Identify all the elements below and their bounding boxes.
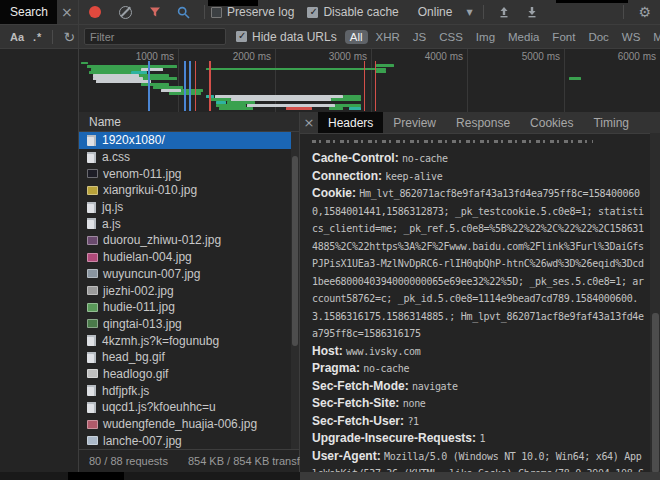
search-icon[interactable] xyxy=(177,6,190,19)
filter-type-ws[interactable]: WS xyxy=(617,30,646,44)
request-row[interactable]: lanche-007.jpg xyxy=(79,432,299,449)
image-thumbnail-icon xyxy=(87,436,98,445)
hide-data-urls-label[interactable]: Hide data URLs xyxy=(252,30,337,44)
image-thumbnail-icon xyxy=(87,253,98,262)
header-entry: Cache-Control: no-cache xyxy=(312,150,646,168)
details-horizontal-scrollbar[interactable] xyxy=(300,472,660,480)
gear-icon[interactable]: ⚙ xyxy=(638,4,651,20)
load-event-line xyxy=(195,61,196,111)
filter-icon[interactable] xyxy=(149,6,161,18)
request-list-scrollbar[interactable] xyxy=(291,132,299,450)
filter-type-xhr[interactable]: XHR xyxy=(371,30,405,44)
filter-type-img[interactable]: Img xyxy=(471,30,500,44)
request-name: a.css xyxy=(102,150,130,164)
header-value: none xyxy=(403,398,426,409)
filter-type-font[interactable]: Font xyxy=(547,30,580,44)
tab-headers[interactable]: Headers xyxy=(318,112,383,133)
filter-type-all[interactable]: All xyxy=(345,30,368,44)
scrollbar-thumb[interactable] xyxy=(292,156,298,346)
background-window-artifact xyxy=(556,0,628,3)
disable-cache-label[interactable]: Disable cache xyxy=(323,5,398,19)
load-event-line xyxy=(364,61,365,111)
waterfall-bar xyxy=(329,107,343,110)
tab-timing[interactable]: Timing xyxy=(583,112,639,133)
clear-icon[interactable] xyxy=(119,6,132,19)
request-row[interactable]: hudielan-004.jpg xyxy=(79,249,299,266)
waterfall-bar xyxy=(331,98,361,101)
header-name: Sec-Fetch-Mode: xyxy=(312,379,412,393)
header-name: Cache-Control: xyxy=(312,151,402,165)
request-row[interactable]: uqcd1.js?kfoeuhhc=u xyxy=(79,399,299,416)
header-value: no-cache xyxy=(363,363,409,374)
close-details-icon[interactable]: × xyxy=(300,112,318,133)
tab-preview[interactable]: Preview xyxy=(383,112,446,133)
request-name: venom-011.jpg xyxy=(103,167,182,181)
import-har-icon[interactable] xyxy=(498,6,510,18)
divider xyxy=(52,30,53,44)
resource-type-filters: AllXHRJSCSSImgMediaFontDocWSManifestOthe… xyxy=(345,30,660,44)
match-case-button[interactable]: Aa xyxy=(10,31,24,43)
filter-type-media[interactable]: Media xyxy=(503,30,544,44)
filter-input[interactable] xyxy=(84,28,226,45)
preserve-log-label[interactable]: Preserve log xyxy=(227,5,294,19)
waterfall-bar xyxy=(376,70,386,73)
header-name: Host: xyxy=(312,344,346,358)
record-icon[interactable] xyxy=(89,6,101,18)
request-row[interactable]: jq.js xyxy=(79,199,299,216)
name-column-header[interactable]: Name xyxy=(79,112,299,132)
filter-type-css[interactable]: CSS xyxy=(434,30,468,44)
close-search-drawer-icon[interactable]: × xyxy=(61,4,73,20)
request-name: xiangrikui-010.jpg xyxy=(103,183,197,197)
details-scrollbar[interactable] xyxy=(650,133,660,472)
hide-data-urls-checkbox[interactable] xyxy=(236,31,247,42)
overview-time-label: 6000 ms xyxy=(596,51,656,62)
header-value: 1 xyxy=(479,433,485,444)
header-name: Connection: xyxy=(312,169,385,183)
document-icon xyxy=(87,218,96,229)
header-entry: Sec-Fetch-Mode: navigate xyxy=(312,378,646,396)
background-window-artifact xyxy=(68,472,124,480)
preserve-log-checkbox[interactable] xyxy=(211,7,222,18)
filter-type-manifest[interactable]: Manifest xyxy=(648,30,660,44)
scrollbar-thumb[interactable] xyxy=(652,313,659,473)
tab-cookies[interactable]: Cookies xyxy=(520,112,583,133)
request-row[interactable]: head_bg.gif xyxy=(79,349,299,366)
request-row[interactable]: 1920x1080/ xyxy=(79,132,299,149)
request-row[interactable]: qingtai-013.jpg xyxy=(79,316,299,333)
document-icon xyxy=(87,352,96,363)
request-row[interactable]: wudengfende_huajia-006.jpg xyxy=(79,416,299,433)
request-name: uqcd1.js?kfoeuhhc=u xyxy=(102,400,216,414)
request-name: 4kzmh.js?k=fogunubg xyxy=(102,334,219,348)
request-row[interactable]: venom-011.jpg xyxy=(79,165,299,182)
export-har-icon[interactable] xyxy=(526,6,538,18)
request-row[interactable]: headlogo.gif xyxy=(79,366,299,383)
filter-type-js[interactable]: JS xyxy=(408,30,431,44)
filter-type-doc[interactable]: Doc xyxy=(583,30,613,44)
request-row[interactable]: hudie-011.jpg xyxy=(79,299,299,316)
request-name: qingtai-013.jpg xyxy=(103,317,182,331)
request-row[interactable]: a.js xyxy=(79,215,299,232)
request-row[interactable]: xiangrikui-010.jpg xyxy=(79,182,299,199)
network-overview-waterfall[interactable]: 1000 ms2000 ms3000 ms4000 ms5000 ms6000 … xyxy=(79,49,660,113)
refresh-icon[interactable]: ↻ xyxy=(63,29,75,45)
tab-search[interactable]: Search xyxy=(0,0,57,24)
request-row[interactable]: duorou_zhiwu-012.jpg xyxy=(79,232,299,249)
request-row[interactable]: 4kzmh.js?k=fogunubg xyxy=(79,332,299,349)
request-row[interactable]: a.css xyxy=(79,149,299,166)
header-entry: Sec-Fetch-User: ?1 xyxy=(312,413,646,431)
divider xyxy=(204,5,205,19)
regex-button[interactable]: .* xyxy=(33,31,42,43)
request-row[interactable]: jiezhi-002.jpg xyxy=(79,282,299,299)
disable-cache-checkbox[interactable] xyxy=(307,7,318,18)
header-entry: User-Agent: Mozilla/5.0 (Windows NT 10.0… xyxy=(312,448,646,473)
throttling-select[interactable]: Online ▼ xyxy=(418,5,473,19)
request-name: head_bg.gif xyxy=(102,350,165,364)
request-row[interactable]: hdfjpfk.js xyxy=(79,382,299,399)
search-drawer-tabstrip: Search × xyxy=(0,0,79,24)
clipped-header-line xyxy=(312,140,593,143)
waterfall-bar xyxy=(349,107,361,110)
tab-response[interactable]: Response xyxy=(446,112,520,133)
header-entry: Pragma: no-cache xyxy=(312,360,646,378)
request-row[interactable]: wuyuncun-007.jpg xyxy=(79,266,299,283)
document-icon xyxy=(87,385,96,396)
